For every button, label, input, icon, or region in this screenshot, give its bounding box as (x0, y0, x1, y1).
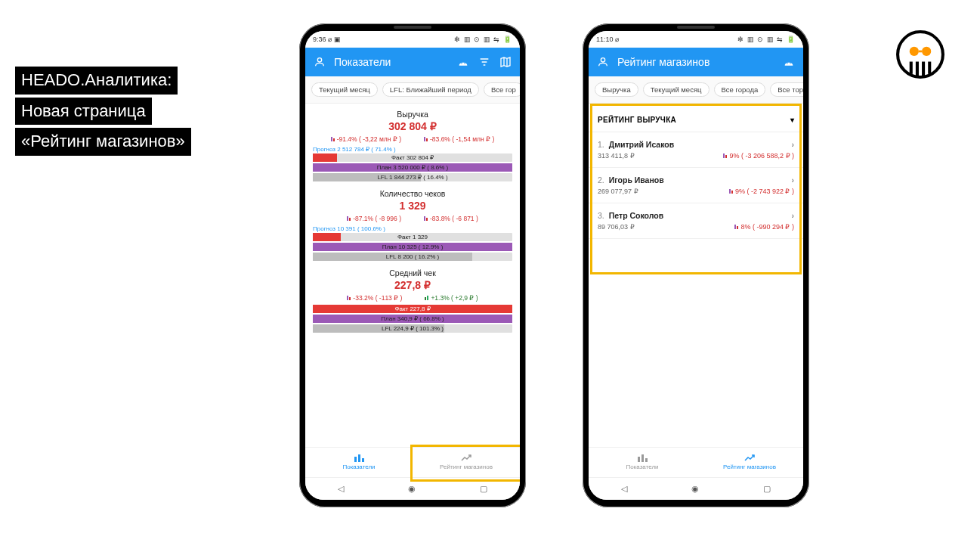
phone-frame-right: 11:10 ⌀ ✻ ▥ ⊙ ▥ ⇋ 🔋 Рейтинг магазинов Вы… (583, 23, 809, 507)
chevron-right-icon: › (792, 175, 795, 184)
rating-rank: 2. (598, 175, 604, 184)
metric-title: Средний чек (313, 268, 512, 278)
tab-rating[interactable]: Рейтинг магазинов (696, 448, 803, 477)
metric-bar-row: Факт 1 329 (313, 233, 512, 241)
rating-delta: 9% ( -3 206 588,2 ₽ ) (723, 152, 794, 160)
status-left-icons: ⌀ (615, 36, 619, 43)
nav-recent[interactable]: ▢ (763, 484, 771, 494)
metric-bar-row: Факт 302 804 ₽ (313, 153, 512, 162)
metric-title: Выручка (313, 110, 512, 119)
svg-point-1 (910, 47, 919, 56)
svg-point-17 (601, 58, 604, 62)
filter-icon[interactable] (478, 55, 491, 69)
svg-rect-20 (638, 457, 640, 462)
chip-territory[interactable]: Все тор (770, 82, 803, 97)
rating-content[interactable]: РЕЙТИНГ ВЫРУЧКА ▾ 1. Дмитрий Исаков › 31… (589, 104, 803, 447)
metric-delta-2: +1.3% ( +2,9 ₽ ) (425, 294, 478, 302)
rating-item[interactable]: 1. Дмитрий Исаков › 313 411,8 ₽ 9% ( -3 … (589, 132, 803, 168)
svg-rect-16 (362, 458, 364, 462)
overlay-line-3: «Рейтинг магазинов» (15, 128, 191, 156)
tab-indicators[interactable]: Показатели (305, 448, 413, 477)
overlay-line-2: Новая страница (15, 98, 152, 126)
svg-rect-21 (641, 454, 644, 462)
nav-home[interactable]: ◉ (408, 484, 416, 494)
bottom-tabs: Показатели Рейтинг магазинов (305, 447, 520, 477)
rating-section-header[interactable]: РЕЙТИНГ ВЫРУЧКА ▾ (589, 108, 803, 132)
chip-period[interactable]: Текущий месяц (643, 82, 709, 97)
bars-icon (637, 454, 648, 462)
metric-value: 302 804 ₽ (313, 120, 512, 132)
android-icon[interactable] (782, 55, 796, 69)
chip-metric[interactable]: Выручка (595, 82, 638, 97)
appbar-title: Рейтинг магазинов (617, 56, 774, 68)
android-icon[interactable] (456, 55, 470, 69)
chip-lfl[interactable]: LFL: Ближайший период (382, 82, 479, 97)
status-bar: 11:10 ⌀ ✻ ▥ ⊙ ▥ ⇋ 🔋 (589, 31, 803, 48)
chip-city[interactable]: Все города (714, 82, 766, 97)
bars-icon (354, 454, 364, 462)
overlay-title: HEADO.Аналитика: Новая страница «Рейтинг… (15, 67, 191, 156)
rating-name: Игорь Иванов (609, 175, 664, 184)
delta-bars-icon (723, 153, 727, 158)
delta-bars-icon (424, 137, 428, 141)
tab-label: Рейтинг магазинов (440, 464, 493, 470)
phone-frame-left: 9:36 ⌀ ▣ ✻ ▥ ⊙ ▥ ⇋ 🔋 Показатели Текущий … (299, 23, 526, 507)
nav-recent[interactable]: ▢ (480, 484, 487, 494)
tab-label: Показатели (342, 464, 375, 470)
svg-point-8 (317, 58, 321, 62)
profile-icon[interactable] (596, 55, 610, 69)
status-time: 11:10 (596, 36, 614, 43)
rating-name: Дмитрий Исаков (609, 140, 674, 149)
app-bar: Рейтинг магазинов (589, 48, 803, 76)
nav-home[interactable]: ◉ (691, 484, 699, 494)
metric-delta-2: -83.8% ( -6 871 ) (424, 215, 478, 222)
metric-bar-row: LFL 1 844 273 ₽ ( 16.4% ) (313, 173, 512, 181)
tab-rating[interactable]: Рейтинг магазинов (413, 448, 520, 477)
dropdown-icon: ▾ (790, 116, 794, 124)
chevron-right-icon: › (792, 140, 795, 149)
brand-logo (895, 29, 946, 80)
rating-item[interactable]: 2. Игорь Иванов › 269 077,97 ₽ 9% ( -2 7… (589, 168, 803, 203)
metric-title: Количество чеков (313, 189, 512, 198)
status-bar: 9:36 ⌀ ▣ ✻ ▥ ⊙ ▥ ⇋ 🔋 (305, 31, 520, 48)
svg-point-18 (787, 63, 787, 64)
delta-bars-icon (729, 189, 733, 194)
svg-rect-14 (354, 457, 357, 462)
status-left-icons: ⌀ ▣ (328, 36, 341, 43)
android-navbar: ◁ ◉ ▢ (589, 477, 803, 500)
status-right-icons: ✻ ▥ ⊙ ▥ ⇋ 🔋 (737, 36, 796, 43)
metric-bar-row: Факт 227,8 ₽ (313, 305, 512, 313)
android-navbar: ◁ ◉ ▢ (305, 477, 520, 500)
filter-chips: Выручка Текущий месяц Все города Все тор (589, 76, 803, 104)
chip-city[interactable]: Все гор (484, 82, 520, 97)
svg-point-2 (922, 47, 931, 56)
chip-period[interactable]: Текущий месяц (311, 82, 378, 97)
metrics-content[interactable]: Выручка 302 804 ₽ -91.4% ( -3,22 млн ₽ )… (305, 104, 520, 447)
rating-rank: 1. (598, 140, 604, 149)
tab-label: Рейтинг магазинов (723, 464, 776, 470)
rating-value: 269 077,97 ₽ (598, 188, 638, 195)
nav-back[interactable]: ◁ (338, 484, 344, 494)
tab-indicators[interactable]: Показатели (589, 448, 696, 477)
rating-rank: 3. (598, 211, 604, 220)
profile-icon[interactable] (313, 55, 326, 69)
app-bar: Показатели (305, 48, 520, 76)
delta-bars-icon (347, 216, 351, 221)
delta-bars-icon (331, 137, 335, 141)
trend-icon (744, 454, 755, 462)
metric-delta-1: -33.2% ( -113 ₽ ) (347, 294, 402, 302)
rating-item[interactable]: 3. Петр Соколов › 89 706,03 ₽ 8% ( -990 … (589, 203, 803, 239)
metric-value: 227,8 ₽ (313, 279, 512, 291)
metric-delta-1: -87.1% ( -8 996 ) (347, 215, 401, 222)
rating-value: 89 706,03 ₽ (598, 223, 635, 231)
rating-delta: 8% ( -990 294 ₽ ) (734, 223, 794, 231)
appbar-title: Показатели (334, 56, 449, 68)
metric-bar-row: План 340,9 ₽ ( 66.8% ) (313, 315, 512, 323)
status-time: 9:36 (313, 36, 326, 43)
delta-bars-icon (425, 296, 428, 300)
svg-rect-15 (358, 454, 360, 462)
delta-bars-icon (734, 225, 738, 229)
nav-back[interactable]: ◁ (621, 484, 627, 494)
svg-point-10 (464, 63, 465, 64)
map-icon[interactable] (499, 55, 512, 69)
